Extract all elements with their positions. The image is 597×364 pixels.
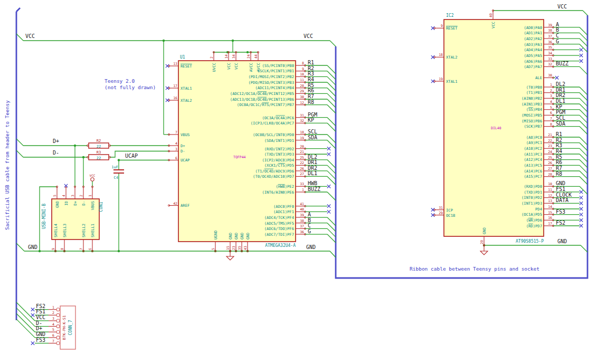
pin-number-8: 8 [550,122,552,127]
pin-name-34: (AD5)PA5 [524,53,542,58]
pin-name-40: VCC [491,22,496,28]
pin-number-18: 18 [439,53,443,57]
pin-name-40: (ADC1)PF1 [273,209,294,214]
net-label-BUZZ: BUZZ [556,61,568,66]
pin-name-35: GND [240,233,244,240]
ic2-porta-pins: 39(AD0)PA0A38(AD1)PA1B37(AD2)PA2C36(AD3)… [524,22,587,75]
pin-number-3: 3 [71,195,75,197]
pin-name-2: UVCC [212,63,216,72]
pin-number-22: 22 [300,161,304,165]
conn7-part: B7K-PH-K-S1 [62,315,67,340]
pin-name-23: (A10)PC2 [524,146,542,151]
pin-number-9: 9 [51,248,55,250]
pin-number-29: 29 [300,89,304,93]
pin-number-28: 28 [548,173,552,177]
teensy-note-line1: Teensy 2.0 [105,78,135,84]
pin-name-21: (TXD/INT3)PD3 [264,152,294,157]
pin-name-13: (INT1)PD3 [522,201,542,206]
pin-number-2: 2 [79,195,83,197]
net-label-PGM: PGM [556,109,565,115]
pin-name-39: (ADC4/TCK)PF4 [264,215,294,220]
pin-name-31: ICP [446,208,453,213]
gnd-symbol-u1 [226,251,234,260]
net-label-R3: R3 [556,142,562,148]
pin-number-36: 36 [548,40,552,44]
side-note: Sacrificial USB cable from header to Tee… [4,100,10,230]
bus-entry [16,308,35,327]
pin-number-7: 7 [550,117,552,121]
pin-name-13: RESET [181,64,192,69]
r3-value: 22 [97,156,101,160]
vcc-power-symbol: VCC [90,174,96,181]
pin-number-2: 2 [210,56,214,59]
capacitor-c4[interactable]: 1uF C4 [111,165,124,180]
pin-pad-5 [56,330,60,333]
pin-number-7: 7 [52,339,54,343]
pin-number-14: 14 [224,54,229,59]
pin-name-24: (A11)PC3 [524,152,542,157]
pin-number-4: 4 [175,141,177,146]
pin-name-3: (AIN0)PB2 [522,96,542,101]
pin-number-32: 32 [300,119,304,123]
net-label-SCL: SCL [556,115,565,121]
c4-ref: C4 [114,176,118,180]
pin-name-42: AREF [181,203,189,208]
pin-number-11: 11 [300,78,304,82]
pin-number-6: 6 [175,156,177,160]
pin-name-19: (SDA/INT1)PD1 [264,138,294,143]
pin-name-32: (AD7)PA7 [524,64,542,69]
net-label-DATA: DATA [556,197,568,203]
resistor-r2[interactable]: R2 22 [87,139,110,149]
r2-value: 22 [97,145,101,149]
pin-number-35: 35 [548,45,552,50]
pin-number-5: 5 [53,195,57,197]
pin-name-37: (AD2)PA2 [524,36,542,41]
pin-name-10: (PDI/MOSI/PCINT2)PB2 [248,74,294,79]
pin-number-1: 1 [550,83,552,87]
vcc-label-left: VCC [25,33,35,39]
pin-number-19: 19 [439,77,443,81]
pin-name-30: (ADC13/OC1B/OC4B/PCINT13)PB6 [230,97,294,102]
pin-name-33: (AD6)PA6 [524,59,542,64]
net-label-SDA: SDA [308,135,317,140]
pin-number-44: 44 [254,54,258,59]
pin-name-24: AVCC [249,63,253,72]
pin-number-30: 30 [548,73,552,78]
pin-number-38: 38 [300,219,304,223]
pin-number-14: 14 [548,205,552,209]
pin-pad-4 [56,325,60,328]
usb-ref: CON1 [99,202,103,212]
pin-number-32: 32 [548,62,552,66]
pin-number-24: 24 [548,150,552,154]
pin-number-1: 1 [88,195,92,197]
net-label-R5: R5 [556,154,562,160]
pin-number-20: 20 [480,240,484,244]
pin-pad-3 [56,319,60,322]
pin-number-18: 18 [300,130,304,135]
bus-entry [16,319,35,338]
pin-name-26: (T1/OC4D/ADC9)PD6 [255,169,294,174]
pin-number-21: 21 [300,150,304,154]
resistor-r3[interactable]: R3 22 [87,150,110,160]
net-label-FS2: FS2 [556,220,565,226]
net-label-R8: R8 [556,171,562,177]
pin-name-4: (AIN1)PB3 [522,102,542,107]
pin-number-7: 7 [79,248,83,250]
net-label-A: A [556,22,559,27]
pin-name-41: (ADC0)PF0 [273,204,294,209]
pin-name-29: OC1B [446,213,455,218]
pin-number-37: 37 [300,224,304,228]
net-label-G: G [556,39,559,44]
pin-name-38: (AD1)PA1 [524,31,542,35]
pin-name-16: (WR)PD6 [526,218,542,223]
pin-number-8: 8 [60,248,64,250]
pin-name-22: (XCK1/CTS)PD5 [264,163,294,168]
pin-name-28: (A15)PC7 [524,174,542,179]
pin-name-18: (OC0B/SCL/INT0)PD0 [253,132,294,137]
net-label-B: B [308,217,311,223]
pin-name-27: (T0/OC4D/ADC10)PD7 [253,174,294,179]
gnd-label-u1: GND [306,244,316,250]
ic2-portd-pins: 10(RXD)PD0GND11(TXD)PD1FS112(INT0)PD2CLO… [522,180,587,228]
pin-name-38: (ADC5/TMS)PF5 [264,221,294,226]
pin-name-5: GND [55,201,60,208]
